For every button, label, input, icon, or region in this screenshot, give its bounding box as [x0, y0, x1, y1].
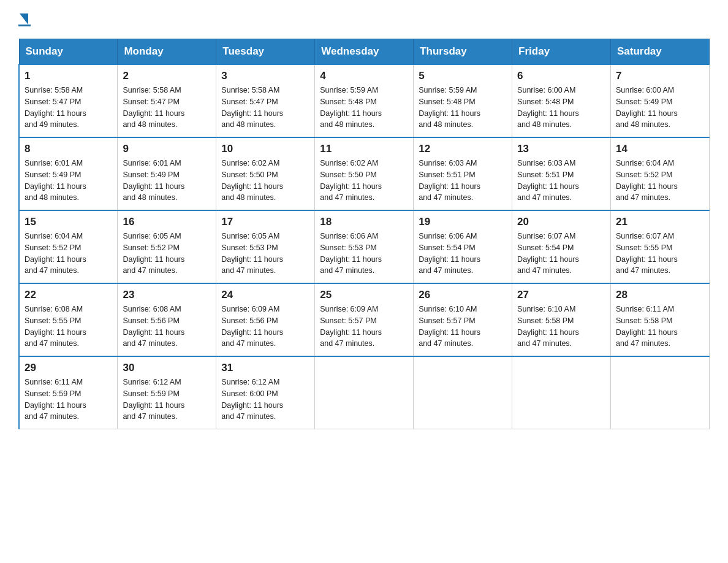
- day-info: Sunrise: 6:00 AM Sunset: 5:48 PM Dayligh…: [517, 85, 605, 131]
- logo-arrow-icon: [20, 13, 28, 25]
- col-saturday: Saturday: [611, 39, 710, 65]
- day-number: 14: [616, 143, 704, 155]
- calendar-cell: [414, 356, 512, 429]
- day-info: Sunrise: 6:04 AM Sunset: 5:52 PM Dayligh…: [616, 158, 704, 204]
- logo: [18, 12, 31, 26]
- calendar-cell: 28 Sunrise: 6:11 AM Sunset: 5:58 PM Dayl…: [611, 283, 710, 356]
- day-info: Sunrise: 5:59 AM Sunset: 5:48 PM Dayligh…: [419, 85, 507, 131]
- day-number: 11: [320, 143, 408, 155]
- calendar-cell: 8 Sunrise: 6:01 AM Sunset: 5:49 PM Dayli…: [19, 137, 118, 210]
- day-number: 20: [517, 216, 605, 228]
- header-row: Sunday Monday Tuesday Wednesday Thursday…: [19, 39, 710, 65]
- calendar-cell: 19 Sunrise: 6:06 AM Sunset: 5:54 PM Dayl…: [414, 210, 512, 283]
- calendar-cell: 26 Sunrise: 6:10 AM Sunset: 5:57 PM Dayl…: [414, 283, 512, 356]
- day-info: Sunrise: 6:07 AM Sunset: 5:54 PM Dayligh…: [517, 231, 605, 277]
- day-info: Sunrise: 5:58 AM Sunset: 5:47 PM Dayligh…: [123, 85, 211, 131]
- day-info: Sunrise: 6:02 AM Sunset: 5:50 PM Dayligh…: [320, 158, 408, 204]
- calendar-cell: [611, 356, 710, 429]
- day-number: 30: [123, 362, 211, 374]
- calendar-cell: 13 Sunrise: 6:03 AM Sunset: 5:51 PM Dayl…: [512, 137, 611, 210]
- day-info: Sunrise: 6:05 AM Sunset: 5:52 PM Dayligh…: [123, 231, 211, 277]
- day-number: 28: [616, 289, 704, 301]
- day-number: 15: [25, 216, 112, 228]
- calendar-cell: 18 Sunrise: 6:06 AM Sunset: 5:53 PM Dayl…: [315, 210, 414, 283]
- day-number: 1: [25, 70, 112, 82]
- calendar-cell: 6 Sunrise: 6:00 AM Sunset: 5:48 PM Dayli…: [512, 64, 611, 137]
- day-number: 21: [616, 216, 704, 228]
- calendar-cell: 14 Sunrise: 6:04 AM Sunset: 5:52 PM Dayl…: [611, 137, 710, 210]
- calendar-cell: 29 Sunrise: 6:11 AM Sunset: 5:59 PM Dayl…: [19, 356, 118, 429]
- calendar-cell: [315, 356, 414, 429]
- calendar-table: Sunday Monday Tuesday Wednesday Thursday…: [18, 39, 710, 429]
- day-info: Sunrise: 6:06 AM Sunset: 5:53 PM Dayligh…: [320, 231, 408, 277]
- day-info: Sunrise: 6:00 AM Sunset: 5:49 PM Dayligh…: [616, 85, 704, 131]
- day-number: 27: [517, 289, 605, 301]
- day-number: 4: [320, 70, 408, 82]
- day-info: Sunrise: 6:05 AM Sunset: 5:53 PM Dayligh…: [221, 231, 309, 277]
- day-info: Sunrise: 6:02 AM Sunset: 5:50 PM Dayligh…: [221, 158, 309, 204]
- day-info: Sunrise: 6:09 AM Sunset: 5:57 PM Dayligh…: [320, 304, 408, 350]
- calendar-cell: 21 Sunrise: 6:07 AM Sunset: 5:55 PM Dayl…: [611, 210, 710, 283]
- day-number: 17: [221, 216, 309, 228]
- day-number: 8: [25, 143, 112, 155]
- calendar-cell: 4 Sunrise: 5:59 AM Sunset: 5:48 PM Dayli…: [315, 64, 414, 137]
- day-number: 13: [517, 143, 605, 155]
- day-number: 19: [419, 216, 507, 228]
- day-number: 26: [419, 289, 507, 301]
- day-info: Sunrise: 5:59 AM Sunset: 5:48 PM Dayligh…: [320, 85, 408, 131]
- calendar-body: 1 Sunrise: 5:58 AM Sunset: 5:47 PM Dayli…: [19, 64, 710, 429]
- calendar-cell: 1 Sunrise: 5:58 AM Sunset: 5:47 PM Dayli…: [19, 64, 118, 137]
- col-wednesday: Wednesday: [315, 39, 414, 65]
- day-info: Sunrise: 6:04 AM Sunset: 5:52 PM Dayligh…: [25, 231, 112, 277]
- day-number: 10: [221, 143, 309, 155]
- calendar-cell: 3 Sunrise: 5:58 AM Sunset: 5:47 PM Dayli…: [216, 64, 315, 137]
- logo-underline: [18, 25, 31, 26]
- day-info: Sunrise: 6:12 AM Sunset: 5:59 PM Dayligh…: [123, 377, 211, 423]
- calendar-cell: 15 Sunrise: 6:04 AM Sunset: 5:52 PM Dayl…: [19, 210, 118, 283]
- calendar-cell: 10 Sunrise: 6:02 AM Sunset: 5:50 PM Dayl…: [216, 137, 315, 210]
- calendar-cell: 31 Sunrise: 6:12 AM Sunset: 6:00 PM Dayl…: [216, 356, 315, 429]
- day-info: Sunrise: 6:11 AM Sunset: 5:59 PM Dayligh…: [25, 377, 112, 423]
- calendar-cell: 20 Sunrise: 6:07 AM Sunset: 5:54 PM Dayl…: [512, 210, 611, 283]
- day-number: 31: [221, 362, 309, 374]
- calendar-cell: 25 Sunrise: 6:09 AM Sunset: 5:57 PM Dayl…: [315, 283, 414, 356]
- day-number: 12: [419, 143, 507, 155]
- col-thursday: Thursday: [414, 39, 512, 65]
- calendar-week-4: 22 Sunrise: 6:08 AM Sunset: 5:55 PM Dayl…: [19, 283, 710, 356]
- col-monday: Monday: [118, 39, 216, 65]
- col-tuesday: Tuesday: [216, 39, 315, 65]
- calendar-cell: 11 Sunrise: 6:02 AM Sunset: 5:50 PM Dayl…: [315, 137, 414, 210]
- calendar-cell: 24 Sunrise: 6:09 AM Sunset: 5:56 PM Dayl…: [216, 283, 315, 356]
- calendar-cell: 27 Sunrise: 6:10 AM Sunset: 5:58 PM Dayl…: [512, 283, 611, 356]
- calendar-week-5: 29 Sunrise: 6:11 AM Sunset: 5:59 PM Dayl…: [19, 356, 710, 429]
- calendar-week-1: 1 Sunrise: 5:58 AM Sunset: 5:47 PM Dayli…: [19, 64, 710, 137]
- calendar-header: Sunday Monday Tuesday Wednesday Thursday…: [19, 39, 710, 65]
- calendar-cell: [512, 356, 611, 429]
- page-header: [18, 12, 710, 26]
- day-info: Sunrise: 6:09 AM Sunset: 5:56 PM Dayligh…: [221, 304, 309, 350]
- calendar-cell: 2 Sunrise: 5:58 AM Sunset: 5:47 PM Dayli…: [118, 64, 216, 137]
- calendar-cell: 30 Sunrise: 6:12 AM Sunset: 5:59 PM Dayl…: [118, 356, 216, 429]
- col-friday: Friday: [512, 39, 611, 65]
- day-info: Sunrise: 6:06 AM Sunset: 5:54 PM Dayligh…: [419, 231, 507, 277]
- calendar-cell: 12 Sunrise: 6:03 AM Sunset: 5:51 PM Dayl…: [414, 137, 512, 210]
- day-info: Sunrise: 6:03 AM Sunset: 5:51 PM Dayligh…: [419, 158, 507, 204]
- day-number: 6: [517, 70, 605, 82]
- calendar-cell: 5 Sunrise: 5:59 AM Sunset: 5:48 PM Dayli…: [414, 64, 512, 137]
- day-number: 22: [25, 289, 112, 301]
- calendar-cell: 9 Sunrise: 6:01 AM Sunset: 5:49 PM Dayli…: [118, 137, 216, 210]
- day-info: Sunrise: 6:08 AM Sunset: 5:55 PM Dayligh…: [25, 304, 112, 350]
- day-number: 29: [25, 362, 112, 374]
- calendar-week-3: 15 Sunrise: 6:04 AM Sunset: 5:52 PM Dayl…: [19, 210, 710, 283]
- day-info: Sunrise: 6:03 AM Sunset: 5:51 PM Dayligh…: [517, 158, 605, 204]
- calendar-cell: 7 Sunrise: 6:00 AM Sunset: 5:49 PM Dayli…: [611, 64, 710, 137]
- day-info: Sunrise: 6:12 AM Sunset: 6:00 PM Dayligh…: [221, 377, 309, 423]
- calendar-cell: 17 Sunrise: 6:05 AM Sunset: 5:53 PM Dayl…: [216, 210, 315, 283]
- day-number: 3: [221, 70, 309, 82]
- day-number: 16: [123, 216, 211, 228]
- calendar-week-2: 8 Sunrise: 6:01 AM Sunset: 5:49 PM Dayli…: [19, 137, 710, 210]
- day-number: 24: [221, 289, 309, 301]
- day-info: Sunrise: 6:08 AM Sunset: 5:56 PM Dayligh…: [123, 304, 211, 350]
- day-info: Sunrise: 6:10 AM Sunset: 5:57 PM Dayligh…: [419, 304, 507, 350]
- calendar-cell: 22 Sunrise: 6:08 AM Sunset: 5:55 PM Dayl…: [19, 283, 118, 356]
